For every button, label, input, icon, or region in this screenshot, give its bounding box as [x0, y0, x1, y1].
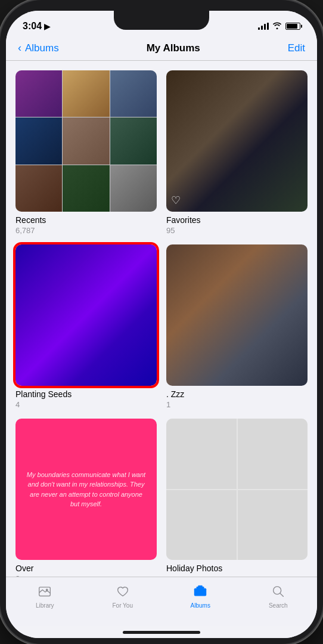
albums-container: Recents 6,787 ♡ Favorites 95	[6, 61, 317, 577]
home-bar	[123, 631, 200, 634]
tab-albums[interactable]: Albums	[162, 583, 240, 609]
signal-icon	[258, 23, 269, 30]
for-you-tab-label: For You	[113, 602, 133, 609]
album-item-planting-seeds[interactable]: Planting Seeds 4	[15, 244, 157, 409]
album-thumb-favorites: ♡	[166, 70, 308, 212]
favorites-heart-icon: ♡	[171, 194, 181, 207]
album-name-recents: Recents	[15, 215, 157, 225]
album-count-zzz: 1	[166, 400, 308, 409]
album-item-recents[interactable]: Recents 6,787	[15, 70, 157, 235]
tab-for-you[interactable]: For You	[84, 583, 162, 609]
over-quote-text: My boundaries communicate what I want an…	[25, 470, 147, 509]
for-you-tab-icon	[114, 583, 131, 600]
albums-tab-icon	[192, 583, 209, 600]
album-count-planting-seeds: 4	[15, 400, 157, 409]
back-label: Albums	[25, 42, 59, 54]
status-time: 3:04 ▶	[23, 21, 50, 32]
svg-point-1	[46, 589, 48, 591]
album-thumb-zzz	[166, 244, 308, 386]
album-item-zzz[interactable]: . Zzz 1	[166, 244, 308, 409]
album-item-favorites[interactable]: ♡ Favorites 95	[166, 70, 308, 235]
phone-frame: 3:04 ▶	[0, 0, 323, 644]
status-icons	[258, 22, 300, 31]
album-thumb-planting-seeds	[15, 244, 157, 386]
album-thumb-holiday-photos	[166, 419, 308, 560]
albums-tab-label: Albums	[191, 602, 210, 609]
album-name-planting-seeds: Planting Seeds	[15, 389, 157, 399]
album-item-over[interactable]: My boundaries communicate what I want an…	[15, 419, 157, 577]
notch	[114, 11, 209, 30]
page-title: My Albums	[147, 42, 200, 54]
album-item-holiday-photos[interactable]: Holiday Photos	[166, 419, 308, 577]
home-indicator	[6, 626, 317, 638]
album-count-recents: 6,787	[15, 226, 157, 235]
chevron-left-icon: ‹	[18, 42, 21, 54]
back-button[interactable]: ‹ Albums	[18, 42, 59, 54]
location-icon: ▶	[44, 22, 50, 31]
library-tab-icon	[36, 583, 53, 600]
edit-button[interactable]: Edit	[288, 42, 305, 54]
tab-bar: Library For You	[6, 577, 317, 626]
album-name-favorites: Favorites	[166, 215, 308, 225]
album-name-zzz: . Zzz	[166, 389, 308, 399]
album-thumb-over: My boundaries communicate what I want an…	[15, 419, 157, 560]
library-tab-label: Library	[36, 602, 54, 609]
battery-icon	[285, 23, 300, 30]
svg-rect-2	[194, 588, 206, 596]
album-count-favorites: 95	[166, 226, 308, 235]
album-thumb-recents	[15, 70, 157, 212]
album-name-holiday-photos: Holiday Photos	[166, 564, 308, 573]
search-tab-icon	[270, 583, 287, 600]
tab-library[interactable]: Library	[6, 583, 84, 609]
album-name-over: Over	[15, 564, 157, 573]
albums-grid: Recents 6,787 ♡ Favorites 95	[15, 70, 308, 577]
search-tab-label: Search	[269, 602, 288, 609]
wifi-icon	[272, 22, 282, 31]
phone-screen: 3:04 ▶	[6, 11, 317, 638]
tab-search[interactable]: Search	[240, 583, 318, 609]
svg-rect-4	[198, 586, 203, 587]
nav-header: ‹ Albums My Albums Edit	[6, 37, 317, 61]
svg-point-5	[273, 587, 281, 595]
